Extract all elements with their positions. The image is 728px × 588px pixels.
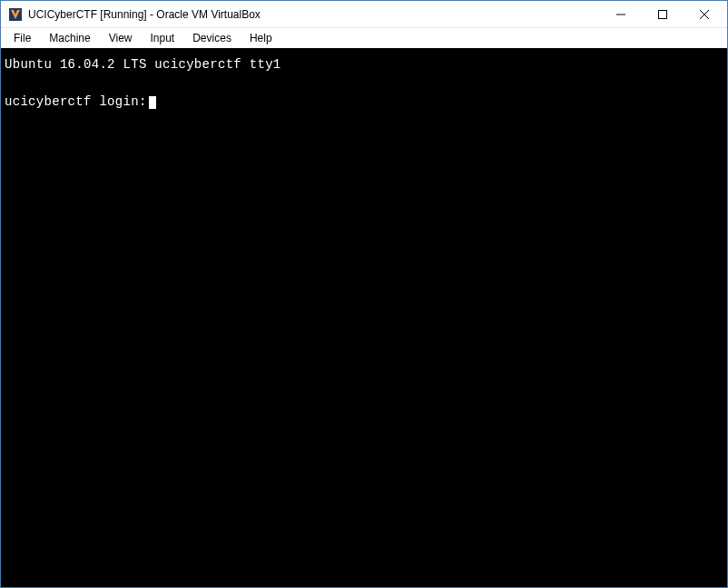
menu-input[interactable]: Input: [142, 30, 184, 46]
close-button[interactable]: [684, 1, 725, 27]
menu-help[interactable]: Help: [241, 30, 281, 46]
maximize-button[interactable]: [642, 1, 684, 27]
menubar: File Machine View Input Devices Help: [1, 28, 727, 48]
terminal-banner: Ubuntu 16.04.2 LTS ucicyberctf tty1: [5, 55, 723, 74]
window-title: UCICyberCTF [Running] - Oracle VM Virtua…: [28, 8, 600, 21]
menu-file[interactable]: File: [5, 30, 40, 46]
terminal-blank: [5, 74, 723, 92]
terminal-console[interactable]: Ubuntu 16.04.2 LTS ucicyberctf tty1 ucic…: [1, 48, 727, 587]
virtualbox-icon: [8, 7, 23, 22]
svg-rect-2: [659, 10, 667, 18]
minimize-button[interactable]: [600, 1, 642, 27]
terminal-login-prompt: ucicyberctf login:: [5, 93, 723, 111]
menu-machine[interactable]: Machine: [40, 30, 99, 46]
menu-view[interactable]: View: [100, 30, 142, 46]
window-controls: [600, 1, 725, 27]
titlebar: UCICyberCTF [Running] - Oracle VM Virtua…: [1, 1, 727, 28]
menu-devices[interactable]: Devices: [183, 30, 241, 46]
terminal-cursor: [149, 96, 156, 109]
